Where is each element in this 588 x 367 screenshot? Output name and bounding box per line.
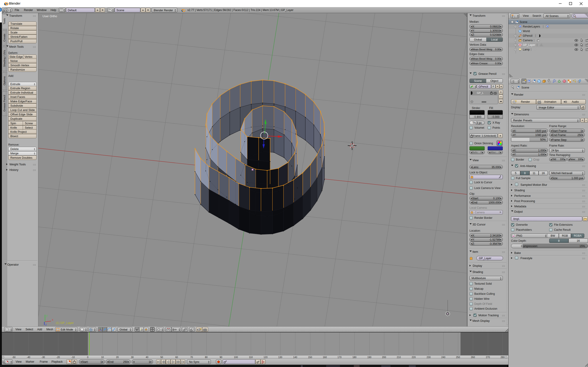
svg-text:z: z <box>45 323 47 326</box>
svg-text:x: x <box>52 318 53 321</box>
svg-text:User Ortho: User Ortho <box>43 15 57 18</box>
svg-text:(1) GP_Layer: (1) GP_Layer <box>56 321 74 325</box>
svg-text:y: y <box>46 314 48 317</box>
